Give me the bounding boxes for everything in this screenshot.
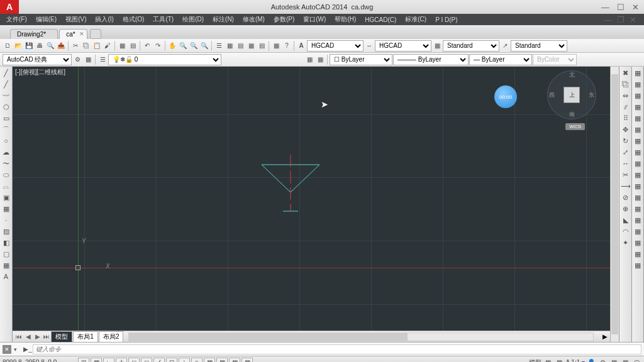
polar-toggle[interactable]: ✛ [116,358,127,363]
stretch-tool[interactable]: ↔ [621,158,631,168]
menu-pid[interactable]: P I D(P) [431,16,461,24]
tablestyle-button[interactable]: ▦ [432,41,442,51]
table-tool[interactable]: ▦ [1,260,11,270]
extra-tool-4[interactable]: ▦ [633,102,643,112]
extra-tool-18[interactable]: ▦ [633,260,643,270]
ellipsearc-tool[interactable]: ⌓ [1,181,11,191]
otrack-toggle[interactable]: ∠ [153,358,165,363]
publish-button[interactable]: 📤 [56,41,66,51]
explode-tool[interactable]: ✦ [621,238,631,248]
copy-tool[interactable]: ⿻ [621,79,631,89]
menu-file[interactable]: 文件(F) [3,14,31,25]
polygon-tool[interactable]: ⬠ [1,102,11,112]
new-tab-button[interactable] [90,29,101,39]
table-style-select[interactable]: Standard [443,40,499,52]
extra-tool-10[interactable]: ▦ [633,170,643,180]
extend-tool[interactable]: ⟶ [621,181,631,191]
sc-toggle[interactable]: ▦ [229,358,240,363]
dim-style-select[interactable]: HGCAD [375,40,431,52]
menu-format[interactable]: 格式(O) [119,14,148,25]
doc-tab-drawing2[interactable]: Drawing2* [10,29,58,39]
region-tool[interactable]: ▢ [1,249,11,259]
erase-tool[interactable]: ✖ [621,68,631,78]
xline-tool[interactable]: ╱ [1,79,11,89]
copy-button[interactable]: ⿻ [81,41,91,51]
extra-tool-5[interactable]: ▦ [633,113,643,123]
extra-tool-3[interactable]: ▦ [633,90,643,101]
polyline-tool[interactable]: 〰 [1,90,11,101]
gradient-tool[interactable]: ◧ [1,238,11,248]
tab-layout2[interactable]: 布局2 [99,331,124,343]
menu-standard[interactable]: 标准(C) [401,14,430,25]
hatch-tool[interactable]: ▨ [1,226,11,236]
markup-button[interactable]: ▤ [257,41,267,51]
tab-layout1[interactable]: 布局1 [73,331,98,343]
calc-button[interactable]: ▦ [271,41,281,51]
ellipse-tool[interactable]: ⬭ [1,170,11,180]
status-tool-d[interactable]: ⚙ [597,358,608,363]
extra-tool-16[interactable]: ▦ [633,238,643,248]
open-button[interactable]: 📂 [13,41,23,51]
menu-edit[interactable]: 编辑(E) [32,14,60,25]
chamfer-tool[interactable]: ◣ [621,215,631,225]
undo-button[interactable]: ↶ [142,41,152,51]
properties-button[interactable]: ☰ [214,41,224,51]
tool-palette-button[interactable]: ▤ [235,41,245,51]
tab-next-button[interactable]: ▶ [34,333,42,340]
extra-tool-6[interactable]: ▦ [633,124,643,134]
lwt-toggle[interactable]: ≡ [191,358,203,363]
close-icon[interactable]: ✕ [79,31,84,37]
status-tool-e[interactable]: ▦ [609,358,619,363]
view-label[interactable]: [-][俯视][二维线框] [15,68,65,77]
extra-tool-12[interactable]: ▦ [633,192,643,202]
plotstyle-select[interactable]: ByColor [533,54,577,65]
vertical-scrollbar[interactable] [610,67,619,342]
zoom-prev-button[interactable]: 🔍 [199,41,209,51]
extra-tool-14[interactable]: ▦ [633,215,643,225]
doc-close-button[interactable]: ✕ [630,15,636,25]
cut-button[interactable]: ✂ [70,41,80,51]
paste-button[interactable]: 📋 [92,41,102,51]
extra-tool-7[interactable]: ▦ [633,136,643,146]
menu-window[interactable]: 窗口(W) [299,14,330,25]
mleaderstyle-button[interactable]: ↗ [500,41,510,51]
extra-tool-15[interactable]: ▦ [633,226,643,236]
status-tool-c[interactable]: 👤 [586,358,596,363]
menu-tools[interactable]: 工具(T) [149,14,177,25]
textstyle-button[interactable]: A [296,41,306,51]
doc-tab-ca[interactable]: ca*✕ [59,29,87,39]
app-icon[interactable]: A [0,0,19,14]
linetype-select[interactable]: ——— ByLayer [393,54,469,65]
menu-hgcad[interactable]: HGCAD(C) [361,16,400,24]
minimize-button[interactable]: — [601,3,609,12]
doc-minimize-button[interactable]: — [604,15,612,25]
lineweight-select[interactable]: — ByLayer [469,54,532,65]
dimstyle-button[interactable]: ↔ [364,41,374,51]
trim-tool[interactable]: ✂ [621,170,631,180]
break-tool[interactable]: ⊘ [621,192,631,202]
menu-help[interactable]: 帮助(H) [331,14,360,25]
join-tool[interactable]: ⊕ [621,204,631,214]
mirror-tool[interactable]: ⇔ [621,90,631,101]
save-button[interactable]: 💾 [24,41,34,51]
layer-tool2-button[interactable]: ▦ [315,55,325,65]
model-paper-toggle[interactable]: 模型 [529,358,541,363]
cmd-history-button[interactable]: ▾ [14,346,23,353]
doc-restore-button[interactable]: ❐ [617,15,625,25]
zoom-rt-button[interactable]: 🔍 [178,41,188,51]
match-button[interactable]: 🖌 [103,41,113,51]
tab-model[interactable]: 模型 [51,331,72,343]
cmd-close-button[interactable]: ✕ [3,345,11,354]
redo-button[interactable]: ↷ [153,41,163,51]
fillet-tool[interactable]: ◠ [621,226,631,236]
ortho-toggle[interactable]: ∟ [103,358,114,363]
array-tool[interactable]: ⠿ [621,113,631,123]
move-tool[interactable]: ✥ [621,124,631,134]
command-input[interactable] [33,344,641,354]
offset-tool[interactable]: ⫽ [621,102,631,112]
rectangle-tool[interactable]: ▭ [1,113,11,123]
menu-modify[interactable]: 修改(M) [239,14,269,25]
zoom-win-button[interactable]: 🔍 [189,41,199,51]
drawing-canvas[interactable]: [-][俯视][二维线框] X Y ➤ [13,67,610,331]
spline-tool[interactable]: 〜 [1,158,11,168]
